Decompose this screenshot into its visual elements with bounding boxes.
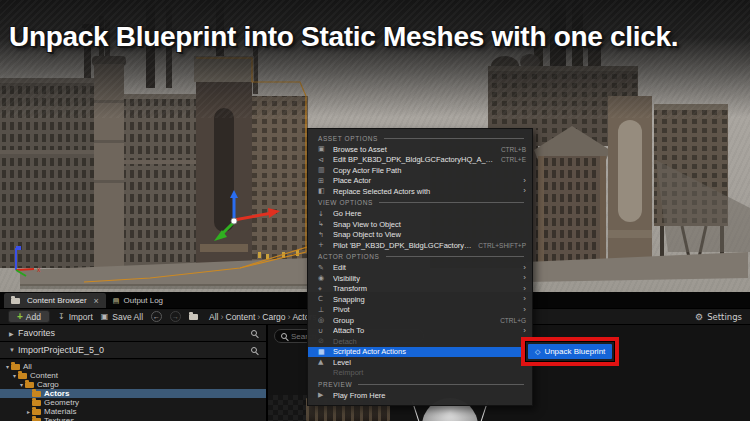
folder-icon [11,364,20,370]
menu-item-level[interactable]: ▲ Level [308,357,532,368]
copy-icon: ▥ [318,166,333,174]
submenu-chevron-icon [523,306,526,314]
menu-label: Pilot 'BP_KB3D_DPK_BldgLGCFactoryHQ_A_gr… [333,241,472,250]
menu-label: Visibility [333,274,517,283]
breadcrumb-cargo[interactable]: Cargo [262,312,285,322]
search-icon[interactable] [251,347,257,353]
tree-label: Textures [44,416,74,421]
menu-label: Detach [333,337,526,346]
menu-item-snapping[interactable]: C Snapping [308,294,532,305]
menu-label: Snap View to Object [333,220,526,229]
save-all-label: Save All [112,312,143,322]
menu-item-play-from-here[interactable]: ▶ Play From Here [308,390,532,401]
menu-item-edit-blueprint[interactable]: ⊲ Edit BP_KB3D_DPK_BldgLGCFactoryHQ_A_gr… [308,155,532,166]
tree-item-materials[interactable]: ▸ Materials [0,407,266,416]
tab-output-log[interactable]: ▤ Output Log [106,293,170,308]
breadcrumb-content[interactable]: Content [226,312,256,322]
play-icon: ▶ [318,391,333,399]
submenu-chevron-icon [523,295,526,303]
expand-arrow-icon[interactable]: ▾ [18,381,25,388]
menu-item-group[interactable]: ◎ Group CTRL+G [308,315,532,326]
tab-content-browser[interactable]: Content Browser × [4,293,106,308]
search-icon [281,333,287,339]
tree-item-textures[interactable]: Textures [0,416,266,421]
import-button[interactable]: ↧ Import [58,312,93,322]
menu-shortcut: CTRL+E [501,156,526,163]
menu-shortcut: CTRL+G [500,317,526,324]
sources-panel: ▶ Favorites ▼ ImportProjectUE_5_0 ▾ All [0,325,268,421]
forward-button[interactable]: → [170,311,181,322]
import-label: Import [69,312,93,322]
tree-item-cargo[interactable]: ▾ Cargo [0,380,266,389]
breadcrumb-all[interactable]: All [209,312,218,322]
menu-label: Snapping [333,295,517,304]
menu-item-browse-to-asset[interactable]: ▣ Browse to Asset CTRL+B [308,144,532,155]
menu-item-snap-object-to-view[interactable]: ↰ Snap Object to View [308,230,532,241]
unpack-blueprint-icon: ◇ [535,348,540,356]
output-log-icon: ▤ [113,297,120,305]
menu-item-replace-selected-actors[interactable]: ◧ Replace Selected Actors with [308,186,532,197]
menu-item-transform[interactable]: ⌖ Transform [308,284,532,295]
menu-item-edit[interactable]: ✎ Edit [308,263,532,274]
tree-item-actors[interactable]: Actors [0,389,266,398]
tree-label: Geometry [44,398,79,407]
menu-item-scripted-actor-actions[interactable]: ▦ Scripted Actor Actions [308,347,532,358]
folder-icon [32,391,41,397]
tree-item-all[interactable]: ▾ All [0,362,266,371]
group-icon: ◎ [318,316,333,324]
snapping-icon: C [318,295,333,303]
tree-item-content[interactable]: ▾ Content [0,371,266,380]
scripted-actions-icon: ▦ [318,348,333,356]
menu-shortcut: CTRL+SHIFT+P [478,242,526,249]
transform-gizmo[interactable] [198,190,288,250]
menu-item-snap-view-to-object[interactable]: ↳ Snap View to Object [308,219,532,230]
save-icon: ▣ [101,312,109,321]
detach-icon: ⊘ [318,337,333,345]
favorites-header[interactable]: ▶ Favorites [0,325,266,342]
menu-label: Unpack Blueprint [544,347,605,356]
menu-item-pilot-blueprint[interactable]: + Pilot 'BP_KB3D_DPK_BldgLGCFactoryHQ_A_… [308,240,532,251]
menu-item-pivot[interactable]: ⊥ Pivot [308,305,532,316]
attach-icon: ∪ [318,327,333,335]
menu-item-unpack-blueprint[interactable]: ◇ Unpack Blueprint [528,344,612,359]
submenu-chevron-icon [523,264,526,272]
add-button[interactable]: + Add [8,310,50,323]
expand-arrow-icon[interactable]: ▾ [4,363,11,370]
search-icon[interactable] [251,330,257,336]
expand-arrow-icon[interactable]: ▸ [25,408,32,415]
back-button[interactable]: ← [151,311,162,322]
menu-label: Edit BP_KB3D_DPK_BldgLGCFactoryHQ_A_grp [333,155,495,164]
menu-item-copy-actor-file-path[interactable]: ▥ Copy Actor File Path [308,165,532,176]
menu-item-visibility[interactable]: ◉ Visibility [308,273,532,284]
replace-icon: ◧ [318,187,333,195]
menu-label: Replace Selected Actors with [333,187,517,196]
menu-label: Browse to Asset [333,145,495,154]
folder-icon [25,382,34,388]
pencil-icon: ✎ [318,264,333,272]
transform-icon: ⌖ [318,285,333,293]
menu-label: Attach To [333,326,517,335]
menu-label: Place Actor [333,176,517,185]
expand-arrow-icon: ▼ [9,347,18,353]
tree-label: Actors [44,389,69,398]
tree-item-geometry[interactable]: Geometry [0,398,266,407]
submenu-chevron-icon [523,285,526,293]
project-header[interactable]: ▼ ImportProjectUE_5_0 [0,342,266,359]
expand-arrow-icon[interactable]: ▾ [11,372,18,379]
tree-label: Content [30,371,58,380]
highlight-red-box: ◇ Unpack Blueprint [521,337,619,366]
chevron-right-icon [219,312,226,322]
menu-item-attach-to[interactable]: ∪ Attach To [308,326,532,337]
unreal-editor-window: x Unpack Blueprint into Static Meshes wi… [0,0,750,421]
menu-label: Snap Object to View [333,230,526,239]
page-title: Unpack Blueprint into Static Meshes with… [9,21,749,53]
menu-label: Copy Actor File Path [333,166,526,175]
save-all-button[interactable]: ▣ Save All [101,312,143,322]
menu-item-place-actor[interactable]: ⊞ Place Actor [308,176,532,187]
menu-label: Transform [333,284,517,293]
submenu-chevron-icon [523,187,526,195]
settings-button[interactable]: ⚙ Settings [695,312,742,322]
snap-object-icon: ↰ [318,231,333,239]
menu-item-go-here[interactable]: ↓ Go Here [308,209,532,220]
tab-close-icon[interactable]: × [94,296,99,306]
